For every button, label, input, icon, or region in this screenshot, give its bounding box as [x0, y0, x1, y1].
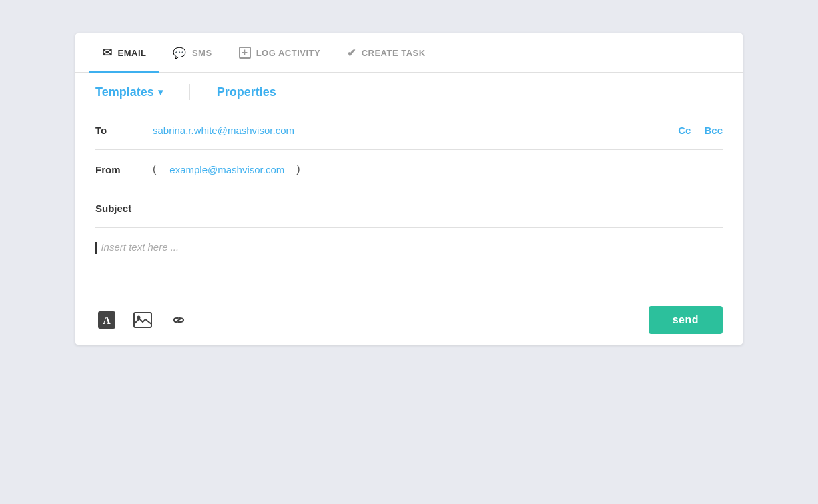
svg-text:A: A: [103, 315, 111, 326]
to-row: To sabrina.r.white@mashvisor.com Cc Bcc: [95, 111, 723, 150]
tab-email[interactable]: ✉ EMAIL: [89, 33, 159, 72]
font-format-button[interactable]: A: [95, 309, 118, 331]
subject-row: Subject: [95, 189, 723, 228]
properties-label: Properties: [217, 85, 276, 99]
image-insert-button[interactable]: [131, 309, 154, 331]
send-button[interactable]: send: [649, 306, 723, 334]
tab-log-activity[interactable]: + LOG ACTIVITY: [226, 35, 334, 71]
svg-rect-2: [134, 313, 151, 327]
cc-bcc-actions: Cc Bcc: [678, 125, 723, 136]
link-icon: [169, 311, 188, 329]
tab-create-task[interactable]: ✔ CREATE TASK: [334, 35, 439, 71]
from-label: From: [95, 164, 142, 175]
email-form: To sabrina.r.white@mashvisor.com Cc Bcc …: [75, 111, 743, 295]
to-email: sabrina.r.white@mashvisor.com: [153, 125, 667, 136]
from-row: From ( example@mashvisor.com ): [95, 150, 723, 189]
tab-create-task-label: CREATE TASK: [362, 48, 426, 58]
text-cursor: [95, 242, 97, 254]
image-icon: [133, 312, 152, 328]
to-label: To: [95, 125, 142, 136]
email-icon: ✉: [102, 45, 113, 60]
subject-label: Subject: [95, 203, 149, 214]
tab-email-label: EMAIL: [118, 48, 147, 58]
email-footer: A send: [75, 295, 743, 345]
svg-line-4: [177, 319, 181, 321]
tab-sms-label: SMS: [192, 48, 212, 58]
log-activity-icon: +: [239, 47, 251, 59]
create-task-icon: ✔: [347, 47, 356, 59]
templates-label: Templates: [95, 85, 154, 99]
from-paren-close: ): [296, 163, 300, 175]
from-email: example@mashvisor.com: [169, 164, 284, 175]
link-insert-button[interactable]: [167, 309, 190, 331]
tabs-row: ✉ EMAIL 💬 SMS + LOG ACTIVITY ✔ CREATE TA…: [75, 33, 743, 73]
templates-nav-item[interactable]: Templates ▾: [95, 85, 163, 99]
body-placeholder: Insert text here ...: [101, 241, 179, 253]
bcc-button[interactable]: Bcc: [704, 125, 723, 136]
body-area[interactable]: Insert text here ...: [95, 228, 723, 295]
from-paren-open: (: [153, 163, 156, 175]
sms-icon: 💬: [173, 47, 187, 59]
chevron-down-icon: ▾: [158, 87, 163, 97]
subject-input[interactable]: [149, 203, 723, 214]
properties-nav-item[interactable]: Properties: [217, 85, 276, 99]
tab-sms[interactable]: 💬 SMS: [159, 35, 225, 71]
font-icon: A: [97, 311, 116, 329]
sub-nav-divider: [189, 84, 190, 100]
tab-log-activity-label: LOG ACTIVITY: [256, 48, 321, 58]
cc-button[interactable]: Cc: [678, 125, 691, 136]
sub-nav: Templates ▾ Properties: [75, 73, 743, 111]
